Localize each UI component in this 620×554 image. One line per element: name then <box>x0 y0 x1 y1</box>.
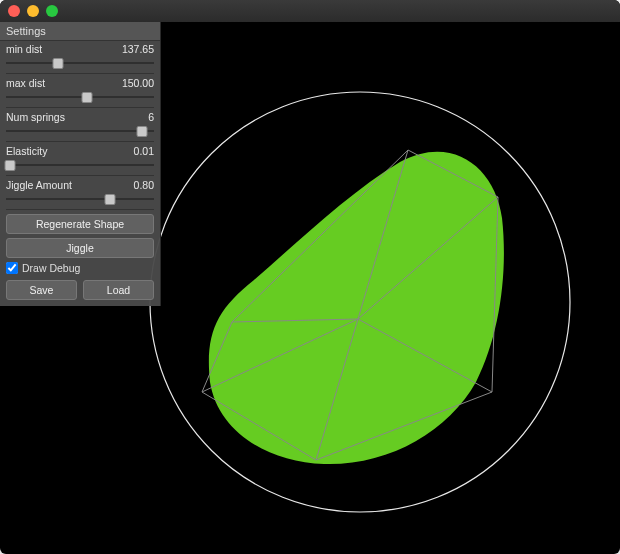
slider-track[interactable] <box>6 192 154 206</box>
slider-label: Jiggle Amount <box>6 179 72 191</box>
settings-panel: Settings min dist137.65max dist150.00Num… <box>0 22 161 306</box>
slider-thumb[interactable] <box>137 126 148 137</box>
slider-value: 0.80 <box>106 179 154 191</box>
draw-debug-checkbox[interactable]: Draw Debug <box>0 258 160 276</box>
slider-track[interactable] <box>6 124 154 138</box>
slider-thumb[interactable] <box>5 160 16 171</box>
save-button[interactable]: Save <box>6 280 77 300</box>
window-minimize-button[interactable] <box>27 5 39 17</box>
window-close-button[interactable] <box>8 5 20 17</box>
slider-value: 137.65 <box>106 43 154 55</box>
slider-label: Elasticity <box>6 145 47 157</box>
slider-thumb[interactable] <box>52 58 63 69</box>
load-button[interactable]: Load <box>83 280 154 300</box>
slider-value: 0.01 <box>106 145 154 157</box>
window-zoom-button[interactable] <box>46 5 58 17</box>
slider-track[interactable] <box>6 56 154 70</box>
slider-value: 150.00 <box>106 77 154 89</box>
jiggle-button[interactable]: Jiggle <box>6 238 154 258</box>
draw-debug-label: Draw Debug <box>22 262 80 274</box>
slider-row-elasticity: Elasticity0.01 <box>0 143 160 176</box>
panel-title: Settings <box>0 22 160 41</box>
slider-row-jiggle-amount: Jiggle Amount0.80 <box>0 177 160 210</box>
app-window: Settings min dist137.65max dist150.00Num… <box>0 0 620 554</box>
slider-label: min dist <box>6 43 42 55</box>
slider-track[interactable] <box>6 90 154 104</box>
titlebar <box>0 0 620 22</box>
slider-track[interactable] <box>6 158 154 172</box>
slider-row-min-dist: min dist137.65 <box>0 41 160 74</box>
slider-label: max dist <box>6 77 45 89</box>
slider-thumb[interactable] <box>104 194 115 205</box>
draw-debug-input[interactable] <box>6 262 18 274</box>
slider-label: Num springs <box>6 111 65 123</box>
content-area: Settings min dist137.65max dist150.00Num… <box>0 22 620 554</box>
slider-row-num-springs: Num springs6 <box>0 109 160 142</box>
slider-row-max-dist: max dist150.00 <box>0 75 160 108</box>
regenerate-shape-button[interactable]: Regenerate Shape <box>6 214 154 234</box>
slider-value: 6 <box>106 111 154 123</box>
slider-thumb[interactable] <box>82 92 93 103</box>
